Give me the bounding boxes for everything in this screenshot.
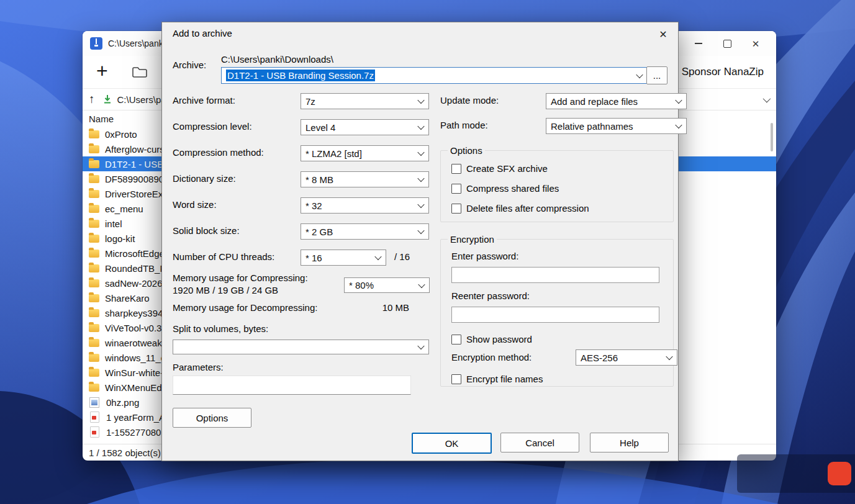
checkbox-icon xyxy=(451,184,461,194)
word-size-label: Word size: xyxy=(173,199,217,210)
file-name: WinSur-white- xyxy=(105,367,163,378)
ok-button[interactable]: OK xyxy=(412,433,492,454)
watermark-logo xyxy=(828,462,851,485)
archive-format-select[interactable]: 7z xyxy=(301,93,429,109)
file-name: 0xProto xyxy=(105,129,137,140)
archive-name-value: D1T2-1 - USB Branding Session.7z xyxy=(226,70,375,81)
file-name: 0hz.png xyxy=(106,397,139,408)
update-mode-select[interactable]: Add and replace files xyxy=(546,93,687,109)
archive-name-combobox[interactable]: D1T2-1 - USB Branding Session.7z xyxy=(221,67,648,84)
compression-method-label: Compression method: xyxy=(173,147,264,158)
chevron-down-icon xyxy=(417,123,424,130)
compression-method-value: * LZMA2 [std] xyxy=(305,148,362,159)
parameters-label: Parameters: xyxy=(173,362,224,372)
options-group: Options Create SFX archive Compress shar… xyxy=(440,150,674,222)
minimize-icon xyxy=(695,43,702,44)
add-to-archive-dialog: Add to archive ✕ Archive: C:\Users\panki… xyxy=(161,22,679,461)
dictionary-size-select[interactable]: * 8 MB xyxy=(301,171,429,187)
cpu-threads-label: Number of CPU threads: xyxy=(173,251,274,262)
encrypt-names-label: Encrypt file names xyxy=(466,374,543,384)
chevron-down-icon xyxy=(417,227,424,234)
dialog-close-icon[interactable]: ✕ xyxy=(656,27,671,42)
memory-compress-detail: 1920 MB / 19 GB / 24 GB xyxy=(173,285,278,295)
file-type-icon xyxy=(90,412,99,423)
compression-level-label: Compression level: xyxy=(173,121,252,132)
watermark xyxy=(737,454,855,493)
file-type-icon xyxy=(89,309,99,317)
path-mode-label: Path mode: xyxy=(440,120,488,130)
encryption-group-label: Encryption xyxy=(448,234,497,245)
delete-after-checkbox[interactable]: Delete files after compression xyxy=(451,203,589,214)
file-type-icon xyxy=(89,220,99,228)
file-type-icon xyxy=(89,339,99,347)
checkbox-icon xyxy=(451,335,461,344)
compression-method-select[interactable]: * LZMA2 [std] xyxy=(301,145,429,161)
enter-password-input[interactable] xyxy=(451,267,659,283)
compress-shared-checkbox[interactable]: Compress shared files xyxy=(451,183,559,194)
path-mode-select[interactable]: Relative pathnames xyxy=(546,118,687,134)
file-type-icon xyxy=(89,264,99,272)
address-text[interactable]: C:\Users\pa xyxy=(117,94,166,105)
file-name: sadNew-20260 xyxy=(105,278,168,289)
cancel-button[interactable]: Cancel xyxy=(500,433,579,452)
chevron-down-icon xyxy=(417,175,424,182)
parameters-input[interactable] xyxy=(173,376,411,395)
file-type-icon xyxy=(89,145,99,153)
nanazip-app-icon xyxy=(90,37,102,50)
file-name: ViVeTool-v0.3.4 xyxy=(105,323,170,333)
minimize-button[interactable] xyxy=(684,32,713,55)
file-type-icon xyxy=(89,397,99,408)
chevron-down-icon xyxy=(417,149,424,156)
browse-button[interactable]: ... xyxy=(646,66,667,84)
archive-directory-text: C:\Users\panki\Downloads\ xyxy=(221,54,333,65)
options-button[interactable]: Options xyxy=(173,408,251,428)
chevron-down-icon xyxy=(636,71,643,78)
sponsor-nanazip-link[interactable]: Sponsor NanaZip xyxy=(682,66,766,78)
split-volumes-combobox[interactable] xyxy=(173,340,429,354)
file-type-icon xyxy=(89,175,99,183)
file-name: sharpkeys394 xyxy=(105,308,163,318)
cpu-threads-max: / 16 xyxy=(394,251,410,262)
archive-format-value: 7z xyxy=(305,96,315,107)
file-name: ShareKaro xyxy=(105,293,150,304)
word-size-select[interactable]: * 32 xyxy=(301,197,429,214)
solid-block-size-value: * 2 GB xyxy=(305,227,333,237)
solid-block-size-select[interactable]: * 2 GB xyxy=(301,223,429,240)
show-password-label: Show password xyxy=(466,334,532,344)
folder-icon[interactable] xyxy=(132,65,148,79)
dictionary-size-label: Dictionary size: xyxy=(173,173,236,184)
file-type-icon xyxy=(89,384,99,392)
help-button[interactable]: Help xyxy=(590,433,669,452)
memory-compress-select[interactable]: * 80% xyxy=(344,277,430,293)
show-password-checkbox[interactable]: Show password xyxy=(451,334,532,344)
address-chevron-down-icon[interactable] xyxy=(763,94,771,102)
compression-level-select[interactable]: Level 4 xyxy=(301,119,429,135)
encrypt-names-checkbox[interactable]: Encrypt file names xyxy=(451,374,543,384)
dialog-title: Add to archive xyxy=(173,28,232,38)
chevron-down-icon xyxy=(666,353,672,360)
dictionary-size-value: * 8 MB xyxy=(305,174,333,185)
encryption-method-label: Encryption method: xyxy=(451,352,532,362)
close-button[interactable]: ✕ xyxy=(741,32,770,55)
cpu-threads-value: * 16 xyxy=(305,253,322,263)
up-arrow-icon[interactable]: ↑ xyxy=(89,92,95,106)
memory-decompress-value: 10 MB xyxy=(348,302,409,313)
address-location-icon xyxy=(102,94,112,104)
file-type-icon xyxy=(89,160,99,168)
file-type-icon xyxy=(89,130,99,138)
file-type-icon xyxy=(89,369,99,377)
maximize-button[interactable] xyxy=(713,32,741,55)
scrollbar-thumb[interactable] xyxy=(771,123,773,151)
file-name: WinXMenuEdit xyxy=(105,382,166,393)
file-name: winaerotweake xyxy=(105,338,167,348)
word-size-value: * 32 xyxy=(305,200,322,211)
memory-decompress-label: Memory usage for Decompressing: xyxy=(173,302,317,313)
file-name: intel xyxy=(105,218,122,229)
cpu-threads-select[interactable]: * 16 xyxy=(301,250,386,266)
create-sfx-checkbox[interactable]: Create SFX archive xyxy=(451,163,548,174)
window-title: C:\Users\pank xyxy=(108,38,163,48)
chevron-down-icon xyxy=(418,281,425,287)
add-icon[interactable]: + xyxy=(96,61,108,81)
encryption-method-select[interactable]: AES-256 xyxy=(576,349,677,366)
reenter-password-input[interactable] xyxy=(451,307,659,323)
